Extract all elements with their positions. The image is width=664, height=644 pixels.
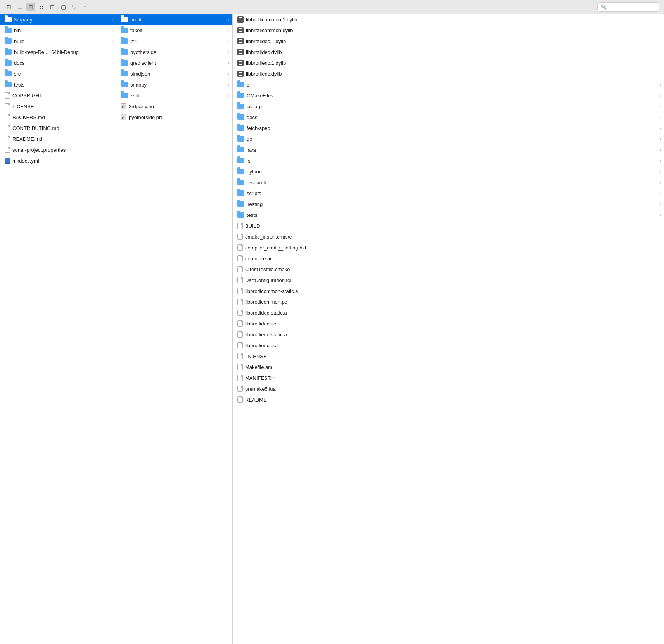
file-icon: [237, 331, 243, 338]
list-item-cmake-install[interactable]: cmake_install.cmake: [233, 231, 664, 242]
chevron-icon: ›: [228, 61, 229, 65]
item-label: CONTRIBUTING.md: [12, 125, 113, 131]
item-label: brotli: [130, 17, 226, 23]
chevron-icon: ›: [112, 50, 113, 54]
list-item-scripts[interactable]: scripts ›: [233, 188, 664, 199]
item-label: libbrotlidec.dylib: [246, 49, 661, 55]
list-item-build[interactable]: build ›: [0, 36, 116, 47]
folder-icon: [237, 212, 244, 218]
list-item-lz4[interactable]: lz4 ›: [116, 36, 232, 47]
list-item-testing[interactable]: Testing ›: [233, 199, 664, 209]
item-label: Makefile.am: [245, 364, 661, 370]
list-item-csharp[interactable]: csharp ›: [233, 101, 664, 112]
list-item-bin[interactable]: bin ›: [0, 25, 116, 36]
file-icon: [5, 147, 10, 153]
folder-icon: [5, 38, 12, 44]
list-item-pyotherside-pri[interactable]: pri pyotherside.pri: [116, 112, 232, 123]
item-label: libbrotlienc.pc: [245, 343, 661, 348]
list-item-research[interactable]: research ›: [233, 177, 664, 188]
list-item-fetch-spec[interactable]: fetch-spec ›: [233, 123, 664, 133]
list-item-python[interactable]: python ›: [233, 166, 664, 177]
item-label: go: [247, 136, 657, 142]
file-icon: [237, 299, 243, 305]
list-item-license3[interactable]: LICENSE: [233, 351, 664, 362]
dylib-icon: [237, 38, 244, 44]
list-item-zstd[interactable]: zstd ›: [116, 90, 232, 101]
grid2-icon[interactable]: ⊞: [5, 3, 13, 11]
list-item-backers[interactable]: BACKERS.md: [0, 112, 116, 123]
list-item-libbrotlidec[interactable]: libbrotlidec.dylib: [233, 47, 664, 57]
list-item-copyright[interactable]: COPYRIGHT: [0, 90, 116, 101]
list-item-build-resp-re[interactable]: build-resp-Re..._64bit-Debug ›: [0, 47, 116, 57]
list-item-libbrotlicommon-static[interactable]: libbrotlicommon-static.a: [233, 286, 664, 296]
search-box[interactable]: 🔍: [597, 2, 659, 12]
list-item-sonar[interactable]: sonar-project.properties: [0, 144, 116, 155]
list-item-pyotherside[interactable]: pyotherside ›: [116, 47, 232, 57]
list-item-ctesttestfile[interactable]: CTestTestfile.cmake: [233, 264, 664, 275]
file-icon: [237, 277, 243, 283]
list-item-premake5[interactable]: premake5.lua: [233, 383, 664, 394]
item-label: docs: [14, 60, 109, 66]
folder-icon: [237, 82, 244, 87]
item-label: csharp: [247, 104, 657, 109]
chevron-icon: ›: [660, 159, 661, 163]
list-item-libbrotlienc-pc[interactable]: libbrotlienc.pc: [233, 340, 664, 351]
list-item-libbrotlicommon[interactable]: libbrotlicommon.dylib: [233, 25, 664, 36]
tag-icon[interactable]: ♡: [70, 3, 78, 11]
list-item-libbrotlidec1[interactable]: libbrotlidec.1.dylib: [233, 36, 664, 47]
list-item-qredisclient[interactable]: qredisclient ›: [116, 57, 232, 68]
list-item-configure-ac[interactable]: configure.ac: [233, 253, 664, 264]
item-label: MANIFEST.in: [245, 375, 661, 381]
item-label: pyotherside.pri: [129, 114, 229, 120]
list-icon[interactable]: ☰: [16, 3, 24, 11]
list-item-readme[interactable]: README.md: [0, 133, 116, 144]
list-item-3rdparty[interactable]: 3rdparty ›: [0, 14, 116, 25]
list-item-libbrotlienc1[interactable]: libbrotlienc.1.dylib: [233, 57, 664, 68]
list-item-license[interactable]: LICENSE: [0, 101, 116, 112]
view-options: ⊞ ☰ ⊟ ⠿ ⊡ ▢ ♡ ↑: [5, 3, 89, 11]
list-item-readme3[interactable]: README: [233, 394, 664, 405]
list-item-src[interactable]: src ›: [0, 68, 116, 79]
folder-icon: [237, 147, 244, 152]
file-icon: [5, 136, 10, 142]
list-item-js[interactable]: js ›: [233, 155, 664, 166]
list-item-makefile-am[interactable]: Makefile.am: [233, 362, 664, 372]
list-item-manifest[interactable]: MANIFEST.in: [233, 372, 664, 383]
share-icon[interactable]: ↑: [81, 3, 89, 11]
list-item-simdjson[interactable]: simdjson ›: [116, 68, 232, 79]
list-item-docs[interactable]: docs ›: [0, 57, 116, 68]
folder-icon: [121, 60, 128, 66]
list-item-tests3[interactable]: tests ›: [233, 209, 664, 220]
list-item-c[interactable]: c ›: [233, 79, 664, 90]
list-item-dartconfig[interactable]: DartConfiguration.tcl: [233, 275, 664, 286]
list-item-contributing[interactable]: CONTRIBUTING.md: [0, 123, 116, 133]
list-item-libbrotlienc[interactable]: libbrotlienc.dylib: [233, 68, 664, 79]
list-item-snappy[interactable]: snappy ›: [116, 79, 232, 90]
list-item-compiler-config[interactable]: compiler_config_setting.bzl: [233, 242, 664, 253]
groupby-icon[interactable]: ⊡: [48, 3, 57, 11]
file-icon: [237, 396, 243, 403]
list-item-libbrotlidec-pc[interactable]: libbrotlidec.pc: [233, 318, 664, 329]
list-item-java[interactable]: java ›: [233, 144, 664, 155]
coverflow-icon[interactable]: ⠿: [37, 3, 46, 11]
columns-icon[interactable]: ⊟: [26, 3, 35, 11]
window-icon[interactable]: ▢: [59, 3, 67, 11]
list-item-fakeit[interactable]: fakeit ›: [116, 25, 232, 36]
item-label: libbrotlienc.1.dylib: [246, 60, 661, 66]
item-label: BUILD: [245, 223, 661, 229]
search-input[interactable]: [608, 4, 656, 10]
item-label: cmake_install.cmake: [245, 234, 661, 240]
list-item-3rdparty-pri[interactable]: pri 3rdparty.pri: [116, 101, 232, 112]
list-item-go[interactable]: go ›: [233, 133, 664, 144]
list-item-cmakefiles[interactable]: CMakeFiles ›: [233, 90, 664, 101]
list-item-mkdocs[interactable]: mkdocs.yml: [0, 155, 116, 166]
item-label: pyotherside: [130, 49, 226, 55]
list-item-libbrotlienc-static[interactable]: libbrotlienc-static.a: [233, 329, 664, 340]
list-item-tests[interactable]: tests ›: [0, 79, 116, 90]
list-item-libbrotlicommon-pc[interactable]: libbrotlicommon.pc: [233, 296, 664, 307]
list-item-docs3[interactable]: docs ›: [233, 112, 664, 123]
list-item-build3[interactable]: BUILD: [233, 220, 664, 231]
list-item-brotli[interactable]: brotli ›: [116, 14, 232, 25]
list-item-libbrotlidec-static[interactable]: libbrotlidec-static.a: [233, 307, 664, 318]
list-item-libbrotlicommon1[interactable]: libbrotlicommon.1.dylib: [233, 14, 664, 25]
